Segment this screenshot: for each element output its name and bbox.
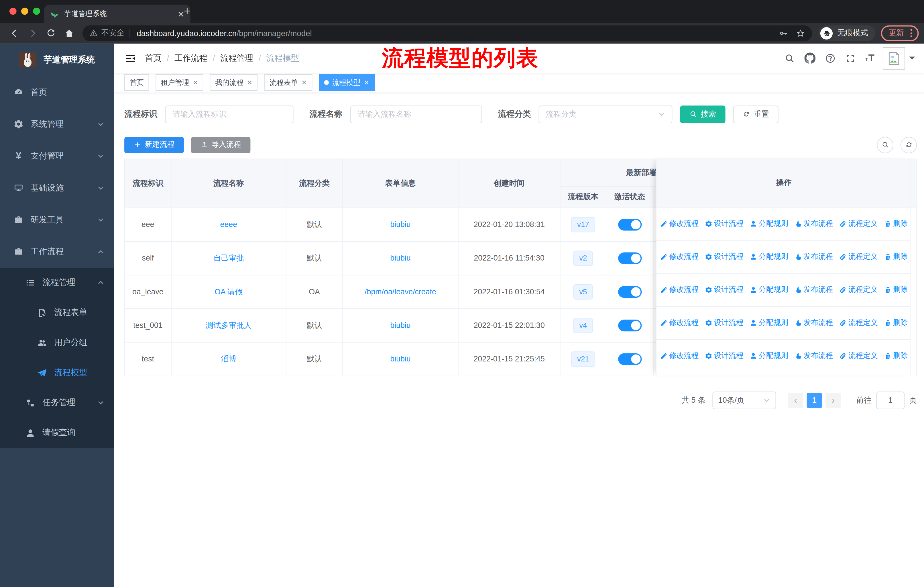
goto-page-input[interactable] xyxy=(876,391,904,409)
new-tab-button[interactable]: + xyxy=(184,5,190,18)
refresh-table-button[interactable] xyxy=(901,136,917,153)
toggle-search-button[interactable] xyxy=(877,136,893,153)
process-category-select[interactable]: 流程分类 xyxy=(538,105,672,123)
forward-icon[interactable] xyxy=(28,28,38,38)
sidebar-item-dev-tools[interactable]: 研发工具 xyxy=(0,204,114,236)
avatar[interactable] xyxy=(883,47,905,69)
sidebar-item-leave-query[interactable]: 请假查询 xyxy=(0,418,114,448)
active-status-toggle[interactable] xyxy=(618,252,641,264)
action-process-definition[interactable]: 流程定义 xyxy=(839,317,878,327)
action-publish-process[interactable]: 发布流程 xyxy=(794,218,833,228)
action-edit-process[interactable]: 修改流程 xyxy=(660,251,699,262)
sidebar-item-task-management[interactable]: 任务管理 xyxy=(0,388,114,418)
close-icon[interactable]: ✕ xyxy=(247,79,252,86)
action-design-process[interactable]: 设计流程 xyxy=(705,351,744,361)
sidebar-logo[interactable]: 芋道管理系统 xyxy=(0,43,114,76)
form-info-link[interactable]: biubiu xyxy=(390,355,411,364)
tag-process-model[interactable]: 流程模型✕ xyxy=(318,74,375,91)
action-edit-process[interactable]: 修改流程 xyxy=(660,284,699,294)
action-delete[interactable]: 删除 xyxy=(884,284,908,294)
action-delete[interactable]: 删除 xyxy=(884,351,908,361)
action-process-definition[interactable]: 流程定义 xyxy=(839,284,878,294)
search-icon[interactable] xyxy=(784,53,795,63)
action-publish-process[interactable]: 发布流程 xyxy=(794,251,833,262)
github-icon[interactable] xyxy=(805,53,816,64)
page-size-select[interactable]: 10条/页 xyxy=(712,391,776,409)
create-process-button[interactable]: 新建流程 xyxy=(124,136,184,153)
fullscreen-icon[interactable] xyxy=(845,53,856,63)
sidebar-item-payment[interactable]: ¥ 支付管理 xyxy=(0,140,114,172)
process-id-input[interactable] xyxy=(165,105,294,123)
sidebar-item-system[interactable]: 系统管理 xyxy=(0,108,114,140)
active-status-toggle[interactable] xyxy=(618,218,641,230)
process-name-link[interactable]: 测试多审批人 xyxy=(206,320,251,331)
reset-button[interactable]: 重置 xyxy=(733,105,778,123)
bookmark-star-icon[interactable] xyxy=(796,29,805,38)
browser-tab[interactable]: 芋道管理系统 ✕ xyxy=(44,5,190,23)
action-design-process[interactable]: 设计流程 xyxy=(705,251,744,262)
tag-my-process[interactable]: 我的流程✕ xyxy=(210,74,258,91)
address-bar[interactable]: 不安全 dashboard.yudao.iocoder.cn/bpm/manag… xyxy=(82,25,812,41)
active-status-toggle[interactable] xyxy=(618,286,641,298)
process-name-input[interactable] xyxy=(350,105,482,123)
sidebar-item-workflow[interactable]: 工作流程 xyxy=(0,236,114,268)
sidebar-item-process-model[interactable]: 流程模型 xyxy=(0,358,114,388)
process-name-link[interactable]: OA 请假 xyxy=(214,286,243,297)
breadcrumb-workflow[interactable]: 工作流程 xyxy=(175,53,207,63)
home-icon[interactable] xyxy=(64,28,74,38)
action-assign-rule[interactable]: 分配规则 xyxy=(749,218,788,228)
window-minimize-button[interactable] xyxy=(21,8,28,15)
action-publish-process[interactable]: 发布流程 xyxy=(794,351,833,361)
import-process-button[interactable]: 导入流程 xyxy=(191,136,251,153)
sidebar-item-process-management[interactable]: 流程管理 xyxy=(0,268,114,298)
browser-menu-icon[interactable] xyxy=(909,29,914,37)
action-edit-process[interactable]: 修改流程 xyxy=(660,317,699,327)
window-zoom-button[interactable] xyxy=(33,8,40,15)
action-assign-rule[interactable]: 分配规则 xyxy=(749,351,788,361)
active-status-toggle[interactable] xyxy=(618,319,641,331)
form-info-link[interactable]: biubiu xyxy=(390,321,411,330)
not-secure-label[interactable]: 不安全 xyxy=(101,28,124,38)
action-delete[interactable]: 删除 xyxy=(884,317,908,327)
action-design-process[interactable]: 设计流程 xyxy=(705,218,744,228)
tag-home[interactable]: 首页 xyxy=(124,74,149,91)
breadcrumb-process-management[interactable]: 流程管理 xyxy=(220,53,253,63)
search-button[interactable]: 搜索 xyxy=(680,105,725,123)
back-icon[interactable] xyxy=(10,28,20,38)
close-icon[interactable]: ✕ xyxy=(193,79,198,86)
font-size-icon[interactable]: тT xyxy=(865,52,874,64)
process-name-link[interactable]: 滔博 xyxy=(221,354,236,364)
password-key-icon[interactable] xyxy=(779,29,788,38)
browser-update-button[interactable]: 更新 xyxy=(881,25,919,41)
action-assign-rule[interactable]: 分配规则 xyxy=(749,251,788,262)
action-process-definition[interactable]: 流程定义 xyxy=(839,351,878,361)
tag-tenant-management[interactable]: 租户管理✕ xyxy=(155,74,203,91)
breadcrumb-home[interactable]: 首页 xyxy=(145,53,162,63)
action-edit-process[interactable]: 修改流程 xyxy=(660,218,699,228)
action-publish-process[interactable]: 发布流程 xyxy=(794,317,833,327)
reload-icon[interactable] xyxy=(46,28,56,38)
action-process-definition[interactable]: 流程定义 xyxy=(839,218,878,228)
help-icon[interactable] xyxy=(825,53,836,63)
form-info-link[interactable]: /bpm/oa/leave/create xyxy=(365,287,436,296)
sidebar-item-user-group[interactable]: 用户分组 xyxy=(0,327,114,358)
action-edit-process[interactable]: 修改流程 xyxy=(660,351,699,361)
close-icon[interactable]: ✕ xyxy=(364,79,370,86)
action-design-process[interactable]: 设计流程 xyxy=(705,284,744,294)
action-publish-process[interactable]: 发布流程 xyxy=(794,284,833,294)
form-info-link[interactable]: biubiu xyxy=(390,220,411,229)
sidebar-item-home[interactable]: 首页 xyxy=(0,76,114,108)
page-number-current[interactable]: 1 xyxy=(807,392,822,408)
process-name-link[interactable]: 自己审批 xyxy=(213,253,244,263)
action-assign-rule[interactable]: 分配规则 xyxy=(749,317,788,327)
action-assign-rule[interactable]: 分配规则 xyxy=(749,284,788,294)
action-delete[interactable]: 删除 xyxy=(884,218,908,228)
active-status-toggle[interactable] xyxy=(618,353,641,365)
prev-page-button[interactable]: ‹ xyxy=(788,392,803,408)
action-delete[interactable]: 删除 xyxy=(884,251,908,262)
sidebar-collapse-icon[interactable] xyxy=(124,52,136,64)
form-info-link[interactable]: biubiu xyxy=(390,254,411,263)
tag-process-form[interactable]: 流程表单✕ xyxy=(264,74,312,91)
sidebar-item-infrastructure[interactable]: 基础设施 xyxy=(0,172,114,204)
sidebar-item-process-form[interactable]: 流程表单 xyxy=(0,298,114,327)
